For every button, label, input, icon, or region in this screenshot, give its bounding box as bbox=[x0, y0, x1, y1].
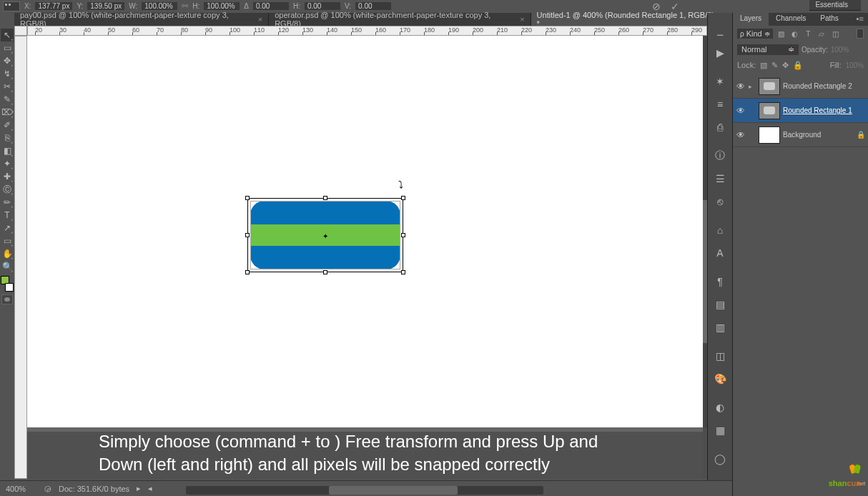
tab-paths[interactable]: Paths bbox=[813, 13, 846, 26]
layer-row[interactable]: 👁Background🔒 bbox=[733, 123, 868, 147]
transform-handle-tl[interactable] bbox=[245, 196, 250, 200]
dock-icon-14[interactable]: 🎨 bbox=[710, 369, 730, 389]
dock-icon-13[interactable]: ◫ bbox=[710, 346, 730, 366]
x-value[interactable]: 137.77 px bbox=[35, 2, 72, 10]
horizontal-scrollbar[interactable] bbox=[186, 486, 543, 495]
dock-icon-16[interactable]: ▦ bbox=[710, 420, 730, 440]
tool-button-4[interactable]: ✂ bbox=[1, 80, 14, 93]
dock-icon-10[interactable]: ¶ bbox=[710, 272, 730, 292]
reference-point-grid-icon[interactable] bbox=[3, 1, 20, 11]
hskew-value[interactable]: 0.00 bbox=[305, 2, 340, 10]
rounded-rectangle-2-shape[interactable] bbox=[250, 224, 400, 246]
tab-channels[interactable]: Channels bbox=[769, 13, 813, 26]
transform-handle-ml[interactable] bbox=[245, 233, 250, 237]
lock-pixels-icon[interactable]: ✎ bbox=[771, 61, 778, 70]
tool-button-2[interactable]: ✥ bbox=[1, 54, 14, 67]
tool-button-9[interactable]: ◧ bbox=[1, 144, 14, 157]
tool-button-8[interactable]: ⎘ bbox=[1, 132, 14, 144]
quick-mask-icon[interactable] bbox=[1, 294, 13, 304]
tool-button-0[interactable]: ↖ bbox=[1, 29, 14, 41]
transform-handle-br[interactable] bbox=[401, 270, 405, 274]
transform-handle-bl[interactable] bbox=[245, 270, 250, 274]
lock-transparency-icon[interactable]: ▧ bbox=[760, 61, 767, 70]
visibility-toggle-icon[interactable]: 👁 bbox=[736, 106, 746, 116]
transform-handle-tm[interactable] bbox=[323, 196, 327, 200]
tool-button-7[interactable]: ✐ bbox=[1, 119, 14, 132]
transform-handle-tr[interactable] bbox=[401, 196, 405, 200]
dock-icon-11[interactable]: ▤ bbox=[710, 294, 730, 314]
filter-smart-icon[interactable]: ◫ bbox=[830, 29, 841, 39]
doc-info-text[interactable]: Doc: 351.6K/0 bytes bbox=[59, 485, 129, 493]
dock-icon-7[interactable]: ⎋ bbox=[710, 192, 730, 212]
dock-icon-6[interactable]: ☰ bbox=[710, 169, 730, 189]
layer-thumbnail[interactable] bbox=[759, 78, 780, 95]
angle-value[interactable]: 0.00 bbox=[253, 2, 289, 10]
link-icon[interactable]: ⚯ bbox=[182, 1, 188, 11]
tool-button-13[interactable]: ✏ bbox=[1, 196, 14, 209]
doc-info-arrow-icon[interactable]: ▸ bbox=[137, 484, 141, 493]
ruler-horizontal[interactable]: 2030405060708090100110120130140150160170… bbox=[27, 26, 707, 36]
layer-row[interactable]: 👁▸Rounded Rectangle 2 bbox=[733, 74, 868, 99]
y-value[interactable]: 139.50 px bbox=[87, 2, 124, 10]
transform-handle-bm[interactable] bbox=[323, 270, 327, 274]
tool-button-5[interactable]: ✎ bbox=[1, 93, 14, 106]
opacity-value[interactable]: 100% bbox=[831, 46, 849, 54]
scroll-left-icon[interactable]: ◂ bbox=[148, 484, 152, 493]
canvas-viewport[interactable]: ✦ ⤵ bbox=[27, 36, 707, 479]
tool-button-6[interactable]: ⌦ bbox=[1, 106, 14, 119]
tool-button-14[interactable]: T bbox=[1, 209, 14, 222]
filter-shape-icon[interactable]: ▱ bbox=[817, 29, 827, 39]
document-tab-0[interactable]: pay00.psd @ 100% (white-parchment-paper-… bbox=[14, 13, 269, 26]
scrollbar-thumb[interactable] bbox=[329, 486, 458, 495]
layer-name[interactable]: Rounded Rectangle 2 bbox=[783, 82, 852, 90]
layer-name[interactable]: Background bbox=[783, 131, 821, 139]
dock-icon-17[interactable]: ◯ bbox=[710, 449, 730, 469]
dock-icon-0[interactable]: ⎯ bbox=[710, 20, 730, 40]
w-value[interactable]: 100.00% bbox=[142, 2, 177, 10]
layer-filter-kind-select[interactable]: ρ Kind ≑ bbox=[737, 29, 773, 39]
tab-layers[interactable]: Layers bbox=[733, 13, 769, 26]
layer-thumbnail[interactable] bbox=[759, 127, 780, 144]
dock-icon-8[interactable]: ⌂ bbox=[710, 220, 730, 240]
fill-value[interactable]: 100% bbox=[845, 61, 864, 69]
layer-row[interactable]: 👁Rounded Rectangle 1 bbox=[733, 99, 868, 123]
close-icon[interactable]: × bbox=[258, 15, 262, 24]
h-value[interactable]: 100.00% bbox=[204, 2, 240, 10]
tool-button-12[interactable]: Ⓒ bbox=[1, 183, 14, 196]
dock-icon-5[interactable]: ⓘ bbox=[710, 146, 730, 166]
ruler-vertical[interactable] bbox=[14, 36, 27, 479]
ruler-origin[interactable] bbox=[14, 26, 27, 36]
close-icon[interactable]: × bbox=[520, 15, 524, 24]
visibility-toggle-icon[interactable]: 👁 bbox=[736, 81, 746, 91]
dock-icon-4[interactable]: ⎙ bbox=[710, 117, 730, 137]
dock-icon-1[interactable]: ▶ bbox=[710, 43, 730, 63]
visibility-toggle-icon[interactable]: 👁 bbox=[736, 130, 746, 140]
tool-button-15[interactable]: ↗ bbox=[1, 222, 14, 234]
tool-button-17[interactable]: ✋ bbox=[1, 247, 14, 260]
layer-thumbnail[interactable] bbox=[759, 102, 780, 119]
dock-icon-12[interactable]: ▥ bbox=[710, 317, 730, 337]
color-swatches[interactable] bbox=[1, 276, 14, 292]
dock-icon-9[interactable]: A bbox=[710, 243, 730, 263]
filter-pixel-icon[interactable]: ▧ bbox=[776, 29, 786, 39]
background-color[interactable] bbox=[5, 283, 14, 292]
dock-icon-3[interactable]: ≡ bbox=[710, 94, 730, 114]
canvas[interactable]: ✦ ⤵ bbox=[27, 36, 703, 432]
zoom-level[interactable]: 400% bbox=[6, 485, 37, 493]
vskew-value[interactable]: 0.00 bbox=[355, 2, 391, 10]
filter-type-icon[interactable]: T bbox=[803, 29, 814, 39]
expand-arrow-icon[interactable]: ▸ bbox=[749, 83, 756, 90]
filter-adjustment-icon[interactable]: ◐ bbox=[789, 29, 800, 39]
lock-position-icon[interactable]: ✥ bbox=[782, 61, 789, 70]
panel-menu-icon[interactable]: ▪≡ bbox=[852, 13, 868, 26]
tool-button-11[interactable]: ✚ bbox=[1, 170, 14, 183]
tool-button-3[interactable]: ↯ bbox=[1, 67, 14, 80]
layer-name[interactable]: Rounded Rectangle 1 bbox=[783, 106, 852, 114]
filter-toggle-switch[interactable] bbox=[857, 29, 864, 39]
tool-button-1[interactable]: ▭ bbox=[1, 41, 14, 54]
status-preview-icon[interactable]: ◶ bbox=[44, 484, 51, 493]
tool-button-10[interactable]: ✦ bbox=[1, 157, 14, 170]
workspace-switcher-button[interactable]: Essentials bbox=[809, 0, 861, 11]
lock-all-icon[interactable]: 🔒 bbox=[793, 61, 803, 70]
tool-button-16[interactable]: ▭ bbox=[1, 234, 14, 247]
